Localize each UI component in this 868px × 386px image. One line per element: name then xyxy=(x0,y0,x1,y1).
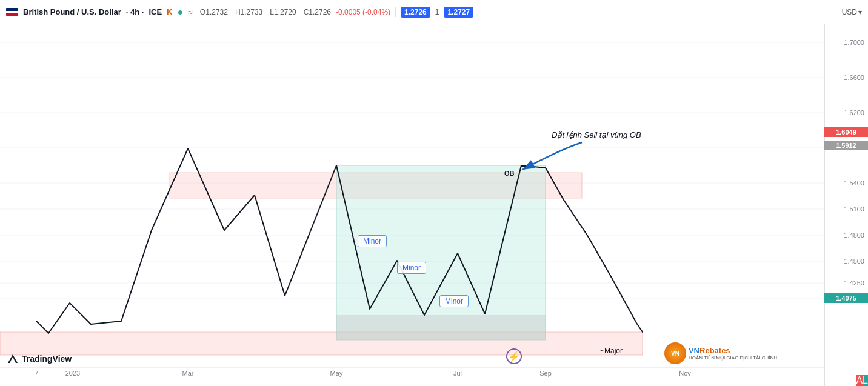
vnrebates-name: VNRebates xyxy=(689,346,777,355)
svg-text:Nov: Nov xyxy=(679,370,691,377)
price-chart-svg: 7 2023 Mar May Jul Sep Nov xyxy=(0,24,824,386)
price-axis: 1.7000 1.6600 1.6200 1.5800 1.5400 1.510… xyxy=(824,24,868,386)
svg-text:Mar: Mar xyxy=(182,370,194,377)
sep-number: 1 xyxy=(435,8,439,16)
vnrebates-tagline: HOÀN TIỀN MỌI GIAO DỊCH TÀI CHÍNH xyxy=(689,355,777,361)
svg-rect-13 xyxy=(336,315,546,341)
waves-icon: ≈ xyxy=(188,7,193,17)
minor-label-2: Minor xyxy=(397,262,426,274)
svg-text:2023: 2023 xyxy=(65,370,80,377)
current-price-badge: 1.2726 xyxy=(401,7,430,18)
timeframe-label: · 4h · xyxy=(126,7,144,16)
sell-arrow xyxy=(515,136,588,179)
svg-text:Jul: Jul xyxy=(453,370,462,377)
exchange-label: ICE xyxy=(149,7,162,16)
svg-rect-11 xyxy=(0,332,643,355)
svg-text:7: 7 xyxy=(35,370,38,377)
al-buttons[interactable]: A L xyxy=(856,375,868,386)
tv-logo-icon xyxy=(7,353,18,364)
ohlc-close: C1.2726 xyxy=(304,8,331,16)
currency-dropdown[interactable]: USD ▾ xyxy=(842,8,862,16)
ohlc-high: H1.2733 xyxy=(235,8,262,16)
dot-green-icon: ● xyxy=(178,7,184,18)
price-badge-1591: 1.5912 xyxy=(824,141,868,150)
minor-label-3: Minor xyxy=(439,295,469,307)
separator xyxy=(395,7,396,17)
vnrebates-icon: VN xyxy=(664,342,686,364)
svg-text:May: May xyxy=(330,370,343,377)
price-1620: 1.6200 xyxy=(844,109,864,116)
ohlc-low: L1.2720 xyxy=(270,8,296,16)
price-1660: 1.6600 xyxy=(844,74,864,81)
minor-label-1: Minor xyxy=(358,235,387,247)
ask-price-badge: 1.2727 xyxy=(444,7,473,18)
tradingview-text: TradingView xyxy=(22,354,72,364)
price-1700: 1.7000 xyxy=(844,39,864,46)
lightning-icon[interactable]: ⚡ xyxy=(506,348,522,364)
tradingview-logo: TradingView xyxy=(7,353,72,364)
price-change: -0.0005 (-0.04%) xyxy=(336,8,390,16)
price-1450: 1.4500 xyxy=(844,258,864,265)
chart-area: 7 2023 Mar May Jul Sep Nov Minor Minor M… xyxy=(0,24,824,386)
price-badge-1604: 1.6049 xyxy=(824,127,868,137)
symbol-title: British Pound / U.S. Dollar xyxy=(23,7,121,16)
price-1540: 1.5400 xyxy=(844,179,864,187)
ohlc-open: O1.2732 xyxy=(200,8,228,16)
svg-rect-12 xyxy=(336,165,546,339)
ob-label: OB xyxy=(504,170,515,177)
l-button[interactable]: L xyxy=(863,375,868,386)
a-button[interactable]: A xyxy=(856,375,863,386)
k-icon[interactable]: K xyxy=(167,7,172,16)
vnrebates-logo: VN VNRebates HOÀN TIỀN MỌI GIAO DỊCH TÀI… xyxy=(664,342,777,364)
price-1480: 1.4800 xyxy=(844,231,864,239)
major-label: ~Major xyxy=(600,347,623,355)
svg-text:Sep: Sep xyxy=(539,370,552,377)
price-badge-1407: 1.4075 xyxy=(824,293,868,303)
chart-header: British Pound / U.S. Dollar · 4h · ICE K… xyxy=(0,0,868,24)
currency-flag xyxy=(6,8,18,16)
price-1510: 1.5100 xyxy=(844,205,864,213)
price-1425: 1.4250 xyxy=(844,279,864,287)
chevron-down-icon: ▾ xyxy=(858,8,862,16)
